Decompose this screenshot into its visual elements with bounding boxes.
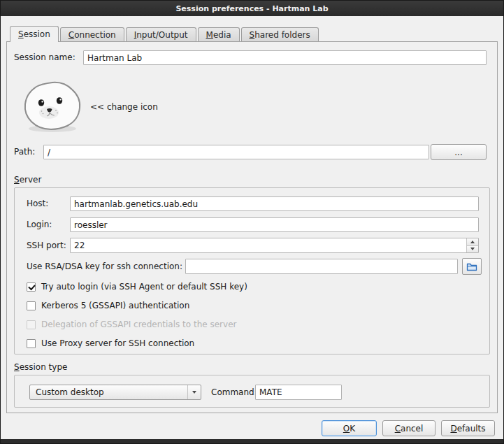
window-bottom-edge — [1, 439, 503, 443]
path-label: Path: — [14, 145, 35, 159]
proxy-label: Use Proxy server for SSH connection — [41, 338, 194, 348]
session-type-selected-value: Custom desktop — [30, 385, 187, 399]
rsa-key-label: Use RSA/DSA key for ssh connection: — [27, 259, 182, 274]
session-icon-button[interactable] — [20, 80, 85, 134]
kerberos-checkbox[interactable] — [27, 301, 36, 310]
window-title: Session preferences - Hartman Lab — [175, 4, 328, 13]
ssh-port-label: SSH port: — [27, 238, 66, 253]
tab-media[interactable]: Media — [198, 27, 240, 41]
chevron-down-icon — [192, 391, 196, 394]
session-name-label: Session name: — [14, 50, 75, 65]
change-icon-hint: << change icon — [90, 100, 158, 115]
cancel-button-label: Cancel — [395, 424, 424, 434]
gssapi-delegation-label: Delegation of GSSAPI credentials to the … — [41, 320, 236, 329]
gssapi-delegation-row: Delegation of GSSAPI credentials to the … — [27, 320, 236, 329]
folder-icon — [466, 262, 477, 271]
defaults-button-label: Defaults — [450, 424, 485, 434]
autologin-row: Try auto login (via SSH Agent or default… — [27, 282, 247, 292]
seal-icon — [21, 80, 84, 133]
proxy-row: Use Proxy server for SSH connection — [27, 338, 194, 348]
tab-input-output[interactable]: Input/Output — [126, 27, 196, 41]
server-group-frame: Host: Login: SSH port: Use RSA/DSA key f… — [14, 187, 490, 355]
dropdown-arrow-area — [187, 385, 201, 399]
cancel-button[interactable]: Cancel — [382, 420, 435, 436]
session-tab-panel: Session name: << change icon Path: — [6, 41, 498, 413]
tab-shared-folders-label: Shared folders — [250, 30, 310, 40]
rsa-key-browse-button[interactable] — [462, 258, 482, 275]
ssh-port-spin-buttons — [466, 238, 478, 252]
command-label: Command: — [211, 385, 257, 400]
session-type-dropdown[interactable]: Custom desktop — [29, 385, 201, 400]
path-input[interactable] — [43, 145, 429, 159]
session-name-input[interactable] — [83, 50, 487, 65]
session-type-group-frame: Custom desktop Command: — [14, 375, 490, 408]
host-label: Host: — [27, 196, 48, 211]
kerberos-label: Kerberos 5 (GSSAPI) authentication — [41, 301, 189, 310]
tab-connection[interactable]: Connection — [60, 27, 124, 41]
tab-session[interactable]: Session — [10, 26, 59, 42]
session-preferences-dialog: Session preferences - Hartman Lab Sessio… — [0, 0, 504, 444]
ssh-port-input[interactable] — [71, 238, 466, 252]
ok-button[interactable]: OK — [322, 420, 377, 436]
autologin-label: Try auto login (via SSH Agent or default… — [41, 282, 247, 292]
host-input[interactable] — [70, 196, 479, 211]
proxy-checkbox[interactable] — [27, 339, 36, 348]
tab-connection-label: Connection — [69, 30, 116, 40]
server-group-title: Server — [14, 175, 41, 185]
path-browse-button[interactable]: ... — [431, 144, 487, 160]
gssapi-delegation-checkbox — [27, 320, 36, 329]
tab-media-label: Media — [206, 30, 231, 40]
titlebar[interactable]: Session preferences - Hartman Lab — [1, 1, 503, 16]
kerberos-row: Kerberos 5 (GSSAPI) authentication — [27, 301, 189, 310]
ssh-port-spinbox — [70, 238, 479, 253]
tab-input-output-label: Input/Output — [134, 30, 188, 40]
login-input[interactable] — [70, 217, 479, 232]
ok-button-label: OK — [343, 424, 355, 434]
command-input[interactable] — [255, 385, 342, 400]
autologin-checkbox[interactable] — [27, 282, 36, 292]
path-browse-label: ... — [454, 148, 462, 157]
tab-shared-folders[interactable]: Shared folders — [241, 27, 319, 41]
session-type-group-title: Session type — [14, 362, 67, 372]
defaults-button[interactable]: Defaults — [441, 420, 495, 436]
arrow-down-icon — [470, 248, 475, 250]
rsa-key-input[interactable] — [185, 259, 458, 274]
arrow-up-icon — [470, 241, 475, 243]
tab-session-label: Session — [18, 29, 50, 39]
ssh-port-increment-button[interactable] — [467, 238, 478, 245]
tab-bar: Session Connection Input/Output Media Sh… — [10, 26, 320, 41]
login-label: Login: — [27, 217, 52, 232]
ssh-port-decrement-button[interactable] — [467, 245, 478, 253]
